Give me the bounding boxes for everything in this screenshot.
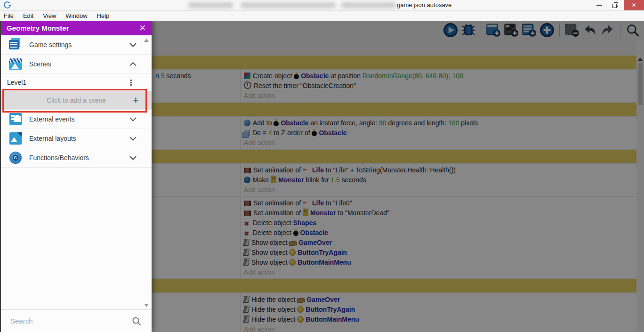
scroll-up-icon[interactable] <box>144 39 149 42</box>
vis-icon <box>243 306 250 313</box>
conditions-cell[interactable] <box>152 197 241 278</box>
undo-icon[interactable] <box>582 23 597 38</box>
search-input[interactable] <box>1 316 132 325</box>
menu-file[interactable]: File <box>0 11 18 21</box>
add-action-button[interactable]: Add action <box>244 91 636 101</box>
instruction-text: Set animation of <box>253 209 303 217</box>
condition-line[interactable]: n 5 seconds <box>155 71 241 81</box>
menu-help[interactable]: Help <box>92 11 114 21</box>
instruction-text: = <box>263 129 268 137</box>
event-group-bar[interactable] <box>152 279 636 292</box>
restore-button[interactable] <box>607 0 624 10</box>
instruction-text: to "MonsterDead" <box>336 209 389 217</box>
button-icon <box>289 259 296 266</box>
instruction-text: Delete object <box>253 229 293 236</box>
conditions-cell[interactable] <box>152 164 241 196</box>
menu-window[interactable]: Window <box>61 11 92 21</box>
event-group-bar[interactable] <box>152 56 636 69</box>
sidebar-item-game-settings[interactable]: Game settings <box>1 35 152 55</box>
action-line[interactable]: Create object Obstacle at position Rando… <box>244 71 636 81</box>
action-line[interactable]: Delete object Shapes <box>244 218 636 228</box>
action-line[interactable]: Delete object Obstacle <box>244 228 636 238</box>
restore-icon <box>612 2 619 8</box>
add-action-button[interactable]: Add action <box>244 185 636 195</box>
scene-options-icon[interactable]: ⋮ <box>127 78 135 87</box>
instruction-text: seconds <box>164 72 191 80</box>
sidebar-item-functions-behaviors[interactable]: G Functions/Behaviors <box>1 148 152 168</box>
scroll-up-icon[interactable] <box>638 57 643 61</box>
sidebar-item-external-layouts[interactable]: External layouts <box>1 129 152 148</box>
action-line[interactable]: Hide the object GameOver <box>244 295 636 305</box>
action-line[interactable]: Show object ButtonTryAgain <box>244 248 636 258</box>
menu-view[interactable]: View <box>38 11 61 21</box>
zorder-icon <box>244 130 250 136</box>
debug-icon[interactable] <box>461 23 476 38</box>
action-line[interactable]: Show object GameOver <box>244 238 636 248</box>
action-line[interactable]: Do = 4 to Z-order of Obstacle <box>244 128 636 138</box>
chevron-down-icon <box>129 117 137 121</box>
action-line[interactable]: Add to Obstacle an instant force, angle:… <box>244 118 636 128</box>
drawer-close-icon[interactable]: ✕ <box>139 23 146 33</box>
menu-edit[interactable]: Edit <box>18 11 38 21</box>
action-line[interactable]: Reset the timer "ObstacleCreation" <box>244 81 636 91</box>
conditions-cell[interactable]: n 5 seconds <box>152 70 241 102</box>
sidebar-item-scenes[interactable]: Scenes <box>1 55 152 74</box>
delete-icon <box>244 229 250 236</box>
search-events-icon[interactable] <box>625 23 640 38</box>
behavior-icon <box>244 177 250 183</box>
conditions-cell[interactable] <box>152 293 241 332</box>
sidebar-item-external-events[interactable]: External events <box>1 110 152 129</box>
instruction-text: Make <box>253 176 271 184</box>
events-scrollbar[interactable] <box>636 40 644 332</box>
anim-icon <box>244 168 251 173</box>
instruction-text: at position <box>329 72 362 80</box>
add-objects-group-icon[interactable] <box>504 23 519 38</box>
add-action-button[interactable]: Add action <box>244 267 636 277</box>
remove-event-icon[interactable] <box>564 23 580 38</box>
object-name: GameOver <box>306 296 340 303</box>
window-title: game.json.autosave <box>397 1 451 8</box>
redo-icon[interactable] <box>600 23 615 38</box>
add-comment-icon[interactable] <box>522 23 537 38</box>
add-event-icon[interactable] <box>539 23 555 38</box>
action-line[interactable]: Show object ButtonMainMenu <box>244 258 636 267</box>
minimize-button[interactable] <box>591 0 607 10</box>
object-name: ButtonMainMenu <box>306 316 359 323</box>
action-line[interactable]: Hide the object ButtonMainMenu <box>244 315 636 324</box>
add-object-icon[interactable] <box>486 23 501 38</box>
actions-cell[interactable]: Hide the object GameOverHide the object … <box>241 293 636 332</box>
chevron-up-icon <box>129 62 137 66</box>
instruction-text: Do <box>252 129 263 137</box>
action-line[interactable]: Set animation of Life to "Life0" <box>244 198 636 208</box>
button-icon <box>289 249 296 256</box>
gameover-icon <box>289 241 297 247</box>
action-line[interactable]: Set animation of Monster to "MonsterDead… <box>244 208 636 218</box>
actions-cell[interactable]: Create object Obstacle at position Rando… <box>241 70 636 102</box>
actions-cell[interactable]: Add to Obstacle an instant force, angle:… <box>241 117 636 149</box>
action-line[interactable]: Set animation of Life to "Life" + ToStri… <box>244 165 636 175</box>
close-button[interactable]: ✕ <box>624 0 644 10</box>
object-name: Obstacle <box>281 119 308 127</box>
preview-play-icon[interactable] <box>443 23 458 38</box>
project-manager-drawer: Geometry Monster ✕ Game settings Scenes … <box>0 21 152 332</box>
bomb-icon <box>293 231 298 236</box>
object-name: Life <box>312 166 324 174</box>
conditions-cell[interactable] <box>152 117 241 149</box>
actions-cell[interactable]: Set animation of Life to "Life" + ToStri… <box>241 164 636 196</box>
add-action-button[interactable]: Add action <box>244 138 636 148</box>
scroll-down-icon[interactable] <box>144 304 149 307</box>
event-group-bar[interactable] <box>152 103 636 116</box>
delete-icon <box>244 219 250 227</box>
action-line[interactable]: Make Monster blink for 1.5 seconds <box>244 175 636 185</box>
add-action-button[interactable]: Add action <box>244 324 636 332</box>
actions-cell[interactable]: Set animation of Life to "Life0"Set anim… <box>241 197 636 278</box>
toolbar-separator <box>620 24 620 37</box>
gdevelop-logo-icon <box>4 1 11 8</box>
scrollbar-thumb[interactable] <box>638 63 643 105</box>
search-icon <box>132 316 141 326</box>
object-name: Life <box>312 199 324 207</box>
instruction-text: 1.5 <box>330 176 339 184</box>
action-line[interactable]: Hide the object ButtonTryAgain <box>244 305 636 315</box>
game-settings-icon <box>8 38 23 52</box>
event-group-bar[interactable] <box>152 150 636 163</box>
